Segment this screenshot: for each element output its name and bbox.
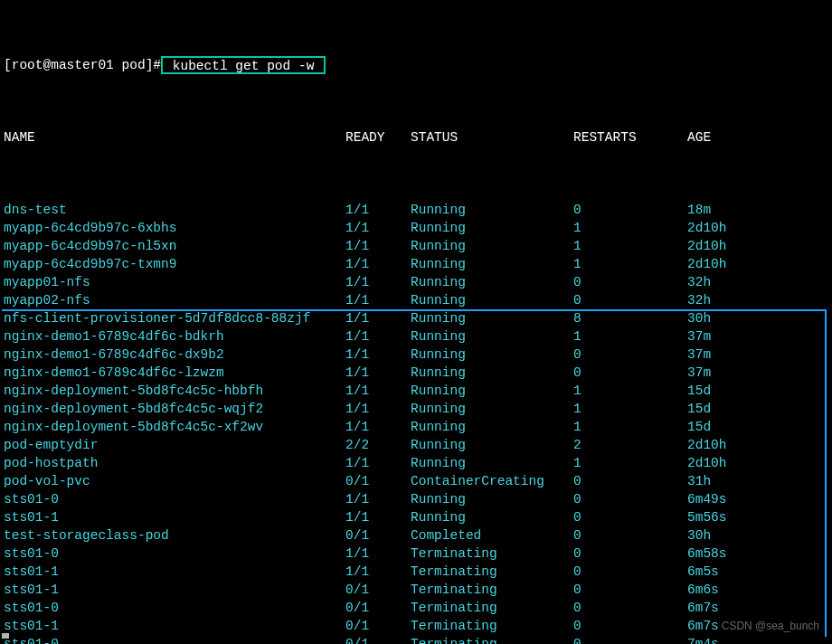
cell-ready: 1/1 — [345, 273, 411, 291]
cell-age: 7m4s — [687, 635, 821, 644]
cell-ready: 1/1 — [345, 291, 411, 309]
cell-restarts: 1 — [573, 219, 687, 237]
cell-status: ContainerCreating — [411, 472, 573, 490]
cell-name: sts01-0 — [4, 545, 345, 563]
table-row: nginx-demo1-6789c4df6c-bdkrh1/1Running13… — [4, 327, 821, 346]
cell-ready: 1/1 — [345, 327, 411, 346]
shell-prompt: [root@master01 pod]# — [4, 56, 161, 74]
cell-ready: 0/1 — [345, 599, 411, 617]
cell-ready: 1/1 — [345, 563, 411, 581]
table-row: dns-test1/1Running018m — [4, 201, 821, 219]
cell-status: Running — [411, 382, 573, 400]
cell-age: 37m — [687, 346, 821, 364]
table-row: sts01-10/1Terminating06m6s — [4, 581, 821, 599]
cell-name: myapp01-nfs — [4, 273, 345, 291]
pod-list: dns-test1/1Running018mmyapp-6c4cd9b97c-6… — [4, 201, 821, 644]
cell-ready: 2/2 — [345, 436, 411, 454]
table-row: sts01-01/1Terminating06m58s — [4, 545, 821, 563]
table-row: myapp01-nfs1/1Running032h — [4, 273, 821, 291]
table-row: sts01-00/1Terminating07m4s — [4, 635, 821, 644]
shell-prompt-line: [root@master01 pod]# kubectl get pod -w — [4, 56, 821, 74]
cell-age: 2d10h — [687, 237, 821, 255]
cell-age: 6m49s — [687, 490, 821, 508]
cell-restarts: 0 — [573, 617, 687, 635]
cell-restarts: 1 — [573, 255, 687, 273]
cell-name: nginx-deployment-5bd8fc4c5c-hbbfh — [4, 382, 345, 400]
cell-name: sts01-0 — [4, 599, 345, 617]
terminal-cursor — [2, 633, 9, 639]
terminal-window[interactable]: [root@master01 pod]# kubectl get pod -w … — [0, 0, 825, 640]
cell-name: sts01-0 — [4, 490, 345, 508]
cell-name: nfs-client-provisioner-5d7df8dcc8-88zjf — [4, 309, 345, 327]
cell-ready: 0/1 — [345, 526, 411, 545]
cell-age: 5m56s — [687, 508, 821, 526]
cell-age: 30h — [687, 309, 821, 327]
cell-status: Running — [411, 454, 573, 472]
cell-name: sts01-1 — [4, 617, 345, 635]
cell-name: nginx-deployment-5bd8fc4c5c-xf2wv — [4, 418, 345, 436]
cell-age: 15d — [687, 418, 821, 436]
cell-name: sts01-1 — [4, 581, 345, 599]
table-row: nginx-deployment-5bd8fc4c5c-hbbfh1/1Runn… — [4, 382, 821, 400]
cell-status: Running — [411, 508, 573, 526]
cell-restarts: 0 — [573, 563, 687, 581]
cell-name: nginx-demo1-6789c4df6c-dx9b2 — [4, 346, 345, 364]
table-row: myapp-6c4cd9b97c-6xbhs1/1Running12d10h — [4, 219, 821, 237]
table-row: sts01-10/1Terminating06m7s — [4, 617, 821, 635]
table-row: myapp02-nfs1/1Running032h — [4, 291, 821, 309]
cell-age: 6m6s — [687, 581, 821, 599]
cell-name: test-storageclass-pod — [4, 526, 345, 545]
cell-ready: 1/1 — [345, 237, 411, 255]
cell-ready: 0/1 — [345, 581, 411, 599]
cell-restarts: 0 — [573, 490, 687, 508]
cell-name: pod-vol-pvc — [4, 472, 345, 490]
cell-status: Terminating — [411, 563, 573, 581]
table-row: pod-emptydir2/2Running22d10h — [4, 436, 821, 454]
cell-restarts: 0 — [573, 508, 687, 526]
cell-age: 32h — [687, 291, 821, 309]
table-row: sts01-11/1Running05m56s — [4, 508, 821, 526]
cell-ready: 1/1 — [345, 364, 411, 382]
cell-restarts: 0 — [573, 635, 687, 644]
cell-status: Completed — [411, 526, 573, 545]
table-row: myapp-6c4cd9b97c-nl5xn1/1Running12d10h — [4, 237, 821, 255]
cell-ready: 1/1 — [345, 309, 411, 327]
table-row: myapp-6c4cd9b97c-txmn91/1Running12d10h — [4, 255, 821, 273]
cell-status: Running — [411, 201, 573, 219]
cell-restarts: 0 — [573, 599, 687, 617]
table-header-row: NAME READY STATUS RESTARTS AGE — [4, 128, 821, 147]
cell-name: pod-hostpath — [4, 454, 345, 472]
cell-status: Running — [411, 364, 573, 382]
cell-age: 18m — [687, 201, 821, 219]
cell-status: Terminating — [411, 617, 573, 635]
cell-ready: 1/1 — [345, 382, 411, 400]
cell-restarts: 1 — [573, 327, 687, 346]
cell-status: Running — [411, 255, 573, 273]
cell-restarts: 1 — [573, 418, 687, 436]
col-header-ready: READY — [345, 128, 411, 147]
cell-restarts: 1 — [573, 454, 687, 472]
cell-ready: 1/1 — [345, 545, 411, 563]
cell-restarts: 0 — [573, 273, 687, 291]
cell-restarts: 0 — [573, 364, 687, 382]
table-row: nginx-demo1-6789c4df6c-lzwzm1/1Running03… — [4, 364, 821, 382]
cell-status: Running — [411, 490, 573, 508]
cell-status: Running — [411, 291, 573, 309]
cell-name: nginx-demo1-6789c4df6c-lzwzm — [4, 364, 345, 382]
cell-age: 15d — [687, 400, 821, 418]
cell-age: 32h — [687, 273, 821, 291]
cell-ready: 1/1 — [345, 490, 411, 508]
cell-name: nginx-deployment-5bd8fc4c5c-wqjf2 — [4, 400, 345, 418]
cell-name: myapp-6c4cd9b97c-nl5xn — [4, 237, 345, 255]
cell-status: Running — [411, 309, 573, 327]
cell-ready: 0/1 — [345, 635, 411, 644]
command-input-highlight: kubectl get pod -w — [161, 56, 326, 74]
cell-status: Terminating — [411, 635, 573, 644]
cell-name: dns-test — [4, 201, 345, 219]
cell-age: 2d10h — [687, 436, 821, 454]
table-row: sts01-00/1Terminating06m7s — [4, 599, 821, 617]
cell-restarts: 0 — [573, 291, 687, 309]
cell-name: nginx-demo1-6789c4df6c-bdkrh — [4, 327, 345, 346]
cell-age: 2d10h — [687, 454, 821, 472]
cell-status: Running — [411, 237, 573, 255]
